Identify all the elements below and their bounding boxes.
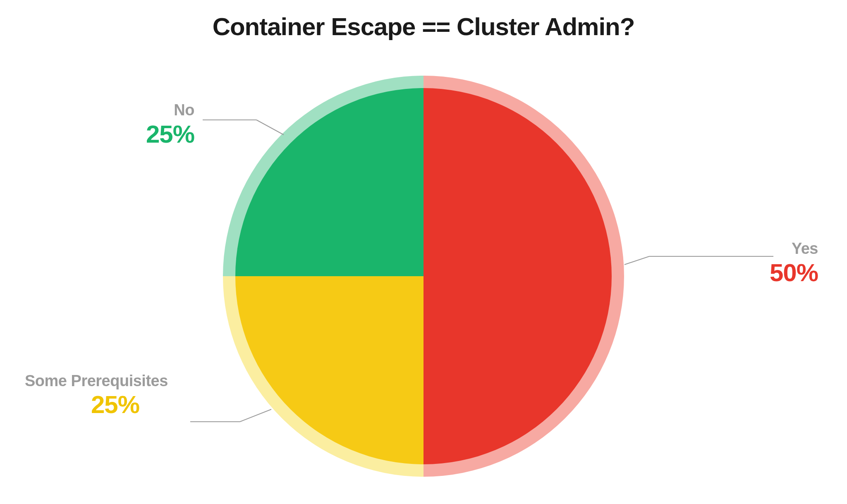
chart-title: Container Escape == Cluster Admin? — [0, 12, 847, 41]
pie-slice-yes — [424, 88, 612, 464]
callout-value-no: 25% — [116, 120, 194, 148]
callout-label-some-prerequisites: Some Prerequisites — [25, 372, 168, 390]
pie-chart: Container Escape == Cluster Admin? — [0, 0, 847, 504]
callout-label-no: No — [124, 101, 194, 119]
callout-value-some-prerequisites: 25% — [91, 390, 139, 419]
callout-label-yes: Yes — [792, 240, 818, 258]
pie-graphic — [217, 69, 630, 485]
callout-value-yes: 50% — [770, 258, 818, 287]
pie-slice-no — [235, 88, 424, 276]
pie-slice-some-prerequisites — [235, 276, 424, 464]
